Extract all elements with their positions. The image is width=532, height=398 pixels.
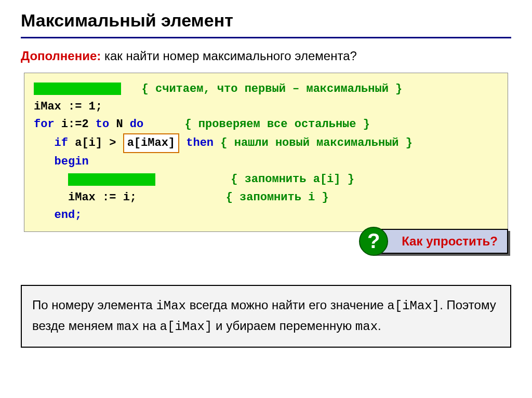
boxed-expr: a[iMax]: [123, 133, 179, 153]
code-text: N: [109, 118, 130, 131]
code-comment: { проверяем все остальные }: [184, 118, 369, 131]
code-comment: { считаем, что первый – максимальный }: [142, 83, 403, 95]
code-line-8: end;: [34, 207, 498, 224]
subtitle-label: Дополнение:: [21, 49, 101, 63]
kw-then: then: [179, 136, 214, 149]
code-line-2: iMax := 1;: [34, 98, 498, 116]
code-line-6: { запомнить a[i] }: [34, 171, 498, 188]
note-mono: max: [116, 320, 139, 334]
code-line-7: iMax := i; { запомнить i }: [34, 189, 498, 207]
subtitle: Дополнение: как найти номер максимальног…: [21, 49, 511, 63]
kw-for: for: [34, 118, 55, 131]
note-text: на: [139, 319, 160, 333]
subtitle-text: как найти номер максимального элемента?: [101, 49, 357, 63]
note-mono: a[iMax]: [160, 320, 212, 334]
kw-if: if: [55, 136, 68, 149]
kw-to: to: [96, 118, 109, 131]
kw-begin: begin: [55, 155, 89, 168]
code-comment: { запомнить i }: [226, 191, 329, 204]
code-block: { считаем, что первый – максимальный } i…: [24, 73, 508, 232]
note-text: всегда можно найти его значение: [186, 298, 387, 312]
code-line-4: if a[i] > a[iMax] then { нашли новый мак…: [34, 133, 498, 153]
code-text: i:=2: [55, 118, 96, 131]
page-title: Максимальный элемент: [21, 10, 511, 38]
code-line-5: begin: [34, 153, 498, 171]
code-text: iMax := i;: [68, 191, 137, 204]
note-mono: max: [355, 320, 378, 334]
callout-text: Как упростить?: [402, 234, 498, 248]
note-mono: iMax: [156, 299, 186, 313]
kw-end: end;: [55, 209, 82, 222]
note-text: и убираем переменную: [212, 319, 355, 333]
question-icon: ?: [359, 227, 388, 256]
code-line-3: for i:=2 to N do { проверяем все остальн…: [34, 116, 498, 133]
kw-do: do: [130, 118, 143, 131]
note-text: По номеру элемента: [32, 298, 156, 312]
code-line-1: { считаем, что первый – максимальный }: [34, 80, 498, 98]
hidden-code-highlight: [68, 173, 155, 186]
note-mono: a[iMax]: [387, 299, 440, 313]
code-comment: { нашли новый максимальный }: [214, 136, 413, 149]
note-text: .: [378, 319, 381, 333]
callout-box: ? Как упростить?: [371, 229, 508, 254]
note-block: По номеру элемента iMax всегда можно най…: [21, 285, 511, 348]
code-comment: { запомнить a[i] }: [231, 173, 354, 186]
code-text: a[i] >: [68, 136, 123, 149]
hidden-code-highlight: [34, 83, 121, 95]
